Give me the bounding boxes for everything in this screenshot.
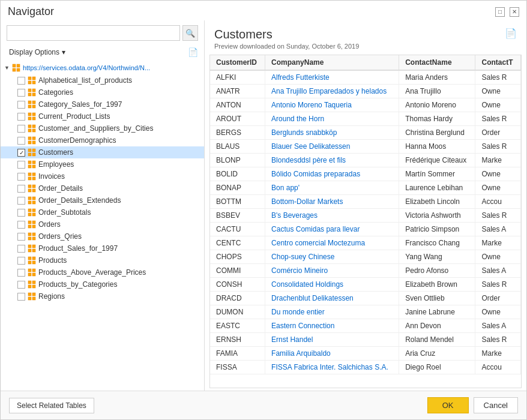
tree-item-label: Current_Product_Lists: [38, 112, 110, 121]
ok-button[interactable]: OK: [427, 397, 469, 413]
tree-item[interactable]: Product_Sales_for_1997: [1, 242, 204, 254]
tree-item-checkbox[interactable]: [17, 293, 25, 301]
table-row: BERGSBerglunds snabbköpChristina Berglun…: [210, 126, 521, 140]
tree-item-checkbox[interactable]: [17, 257, 25, 265]
svg-rect-76: [28, 293, 31, 296]
refresh-icon[interactable]: 📄: [188, 47, 198, 57]
tree-root-node[interactable]: ▼ https://services.odata.org/V4/Northwin…: [1, 61, 204, 74]
tree-item[interactable]: Regions: [1, 290, 204, 302]
svg-rect-46: [28, 201, 31, 204]
tree-item-label: Customer_and_Suppliers_by_Cities: [38, 124, 153, 133]
tree-item[interactable]: Category_Sales_for_1997: [1, 98, 204, 110]
svg-rect-53: [32, 221, 35, 224]
table-cell: Thomas Hardy: [399, 112, 475, 126]
tree-item[interactable]: Products_by_Categories: [1, 278, 204, 290]
svg-rect-40: [28, 185, 31, 188]
tree-item-checkbox[interactable]: [17, 113, 25, 121]
tree-item-checkbox[interactable]: [17, 269, 25, 277]
tree-item-checkbox[interactable]: [17, 77, 25, 85]
table-row: ERNSHErnst HandelRoland MendelSales R: [210, 333, 521, 347]
table-cell: Maria Anders: [399, 70, 475, 85]
tree-item-checkbox[interactable]: [17, 161, 25, 169]
tree-item-checkbox[interactable]: [17, 137, 25, 145]
table-grid-icon: [28, 112, 36, 121]
close-button[interactable]: ✕: [510, 7, 519, 17]
svg-rect-2: [13, 68, 16, 71]
tree-item-label: Category_Sales_for_1997: [38, 100, 122, 109]
tree-item[interactable]: Alphabetical_list_of_products: [1, 74, 204, 86]
tree-item[interactable]: Products: [1, 254, 204, 266]
tree-area[interactable]: ▼ https://services.odata.org/V4/Northwin…: [1, 61, 204, 391]
svg-rect-11: [32, 93, 35, 96]
table-cell: Janine Labrune: [399, 305, 475, 319]
tree-item[interactable]: Order_Details_Extendeds: [1, 194, 204, 206]
tree-item-checkbox[interactable]: [17, 89, 25, 97]
svg-rect-15: [32, 105, 35, 108]
table-cell: Accou: [475, 361, 521, 374]
svg-rect-23: [32, 129, 35, 132]
tree-item-checkbox[interactable]: [17, 245, 25, 253]
tree-item-checkbox[interactable]: [17, 197, 25, 205]
svg-rect-63: [32, 249, 35, 252]
tree-item[interactable]: Invoices: [1, 170, 204, 182]
table-cell: Victoria Ashworth: [399, 209, 475, 223]
tree-item-checkbox[interactable]: ✓: [17, 149, 25, 157]
preview-save-icon[interactable]: 📄: [505, 28, 517, 39]
tree-item-checkbox[interactable]: [17, 209, 25, 217]
table-header: CustomerIDCompanyNameContactNameContactT: [210, 55, 521, 70]
table-cell: Blauer See Delikatessen: [265, 140, 399, 154]
tree-item-label: Products_by_Categories: [38, 280, 117, 289]
table-row: FISSAFISSA Fabrica Inter. Salchichas S.A…: [210, 361, 521, 374]
table-cell: Bon app': [265, 181, 399, 195]
preview-subtitle: Preview downloaded on Sunday, October 6,…: [214, 43, 359, 50]
tree-item[interactable]: Order_Details: [1, 182, 204, 194]
tree-item[interactable]: ✓ Customers: [1, 146, 204, 158]
table-row: AROUTAround the HornThomas HardySales R: [210, 112, 521, 126]
select-related-button[interactable]: Select Related Tables: [9, 398, 94, 413]
tree-item-label: Orders_Qries: [38, 232, 82, 241]
cancel-button[interactable]: Cancel: [474, 397, 518, 413]
table-cell: Sales R: [475, 70, 521, 85]
table-cell: Cactus Comidas para llevar: [265, 223, 399, 236]
tree-item[interactable]: Customer_and_Suppliers_by_Cities: [1, 122, 204, 134]
data-table-container[interactable]: CustomerIDCompanyNameContactNameContactT…: [209, 55, 522, 388]
tree-item-label: Customers: [38, 148, 73, 157]
table-grid-icon: [28, 76, 36, 85]
search-button[interactable]: 🔍: [182, 25, 198, 41]
tree-item[interactable]: Products_Above_Average_Prices: [1, 266, 204, 278]
search-input[interactable]: [7, 25, 180, 41]
tree-item[interactable]: Order_Subtotals: [1, 206, 204, 218]
tree-item-checkbox[interactable]: [17, 281, 25, 289]
tree-item-checkbox[interactable]: [17, 221, 25, 229]
table-cell: Pedro Afonso: [399, 264, 475, 278]
tree-item[interactable]: CustomerDemographics: [1, 134, 204, 146]
table-cell: ERNSH: [210, 333, 265, 347]
svg-rect-73: [32, 281, 35, 284]
table-row: DRACDDrachenblut DelikatessenSven Ottlie…: [210, 292, 521, 305]
table-grid-icon: [28, 232, 36, 241]
display-options-button[interactable]: Display Options ▾: [7, 47, 68, 58]
tree-item-checkbox[interactable]: [17, 173, 25, 181]
tree-item[interactable]: Orders: [1, 218, 204, 230]
tree-item[interactable]: Categories: [1, 86, 204, 98]
table-cell: Sales R: [475, 140, 521, 154]
tree-item-checkbox[interactable]: [17, 233, 25, 241]
table-grid-icon: [28, 148, 36, 157]
table-cell: Patricio Simpson: [399, 223, 475, 236]
tree-item-checkbox[interactable]: [17, 185, 25, 193]
tree-item[interactable]: Current_Product_Lists: [1, 110, 204, 122]
tree-item[interactable]: Orders_Qries: [1, 230, 204, 242]
table-cell: FISSA Fabrica Inter. Salchichas S.A.: [265, 361, 399, 374]
minimize-button[interactable]: □: [495, 7, 505, 17]
table-cell: ANATR: [210, 85, 265, 98]
svg-rect-25: [32, 137, 35, 140]
table-cell: DRACD: [210, 292, 265, 305]
tree-item-checkbox[interactable]: [17, 125, 25, 133]
svg-rect-72: [28, 281, 31, 284]
tree-item-checkbox[interactable]: [17, 101, 25, 109]
tree-item-label: Alphabetical_list_of_products: [38, 76, 132, 85]
tree-item[interactable]: Employees: [1, 158, 204, 170]
table-cell: Sales R: [475, 112, 521, 126]
table-cell: Owne: [475, 181, 521, 195]
tree-item-label: Employees: [38, 160, 74, 169]
